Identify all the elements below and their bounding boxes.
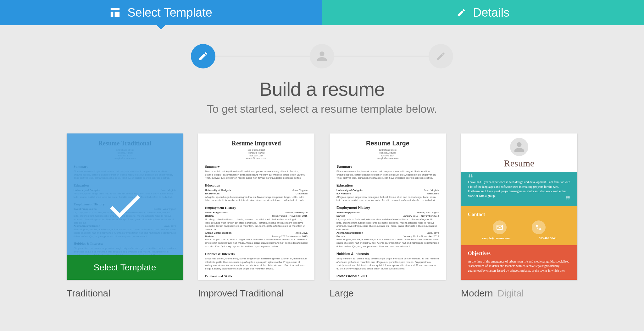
template-grid: Resume Traditional 123 Ohana Street Hono… xyxy=(0,133,644,299)
template-caption: Improved Traditional xyxy=(198,288,314,299)
progress-stepper xyxy=(0,44,644,68)
close-quote-icon: ❞ xyxy=(468,198,570,202)
template-thumb[interactable]: Resume Large 123 Ohana Street Honolulu, … xyxy=(330,133,446,280)
resume-preview: Resume Large 123 Ohana Street Honolulu, … xyxy=(330,133,446,280)
resume-preview: Resume Improved 123 Ohana Street Honolul… xyxy=(198,133,314,280)
template-card-improved-traditional[interactable]: Resume Improved 123 Ohana Street Honolul… xyxy=(198,133,314,299)
select-template-button[interactable]: Select Template xyxy=(67,255,183,280)
top-tabs: Select Template Details xyxy=(0,0,644,25)
template-card-modern[interactable]: Resume ❝ I have had 3 years experience i… xyxy=(461,133,577,299)
template-caption: Modern Digital xyxy=(461,288,577,299)
pencil-icon xyxy=(457,8,466,17)
tab-select-template[interactable]: Select Template xyxy=(0,0,322,25)
resume-preview: Resume ❝ I have had 3 years experience i… xyxy=(461,133,577,280)
template-card-large[interactable]: Resume Large 123 Ohana Street Honolulu, … xyxy=(330,133,446,299)
svg-rect-1 xyxy=(111,12,114,17)
step-connector xyxy=(215,56,310,57)
page-title: Build a resume xyxy=(0,78,644,100)
open-quote-icon: ❝ xyxy=(468,176,570,180)
user-icon xyxy=(316,51,328,62)
avatar-icon xyxy=(510,138,528,156)
step-2[interactable] xyxy=(310,44,334,68)
page-subtitle: To get started, select a resume template… xyxy=(0,103,644,115)
template-caption: Traditional xyxy=(67,288,183,299)
tab-select-template-label: Select Template xyxy=(127,6,212,19)
mail-icon xyxy=(493,220,507,234)
step-connector xyxy=(334,56,429,57)
step-1[interactable] xyxy=(191,44,215,68)
phone-icon xyxy=(532,220,546,234)
tab-details[interactable]: Details xyxy=(322,0,644,25)
pencil-icon xyxy=(436,51,446,61)
check-icon xyxy=(104,186,145,228)
tab-details-label: Details xyxy=(473,6,509,19)
template-grid-icon xyxy=(110,7,120,18)
step-3[interactable] xyxy=(429,44,453,68)
template-card-traditional[interactable]: Resume Traditional 123 Ohana Street Hono… xyxy=(67,133,183,299)
template-thumb[interactable]: Resume Improved 123 Ohana Street Honolul… xyxy=(198,133,314,280)
template-thumb[interactable]: Resume ❝ I have had 3 years experience i… xyxy=(461,133,577,280)
svg-rect-2 xyxy=(115,12,120,17)
template-thumb[interactable]: Resume Traditional 123 Ohana Street Hono… xyxy=(67,133,183,280)
page-headings: Build a resume To get started, select a … xyxy=(0,78,644,115)
template-caption: Large xyxy=(330,288,446,299)
svg-rect-0 xyxy=(111,8,119,10)
